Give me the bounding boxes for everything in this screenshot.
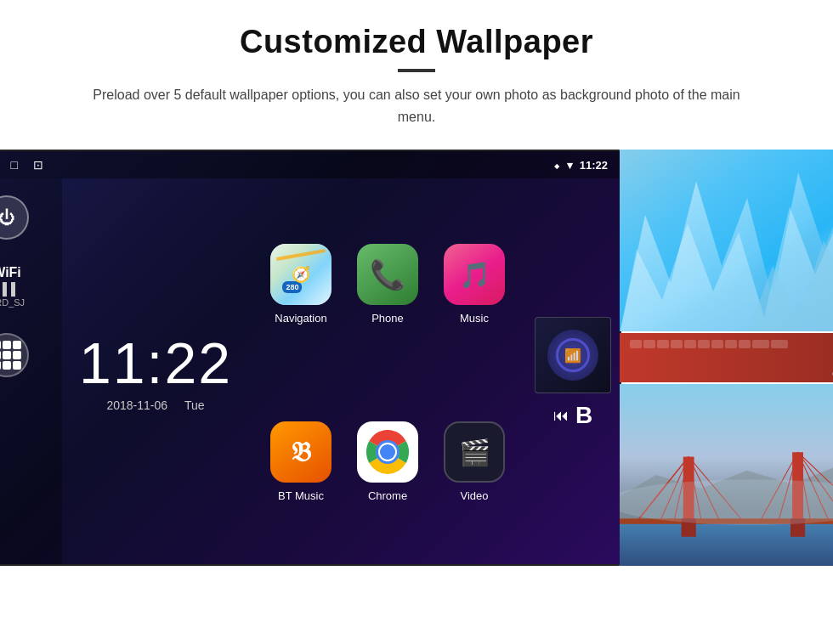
location-icon: ⬥ [553, 159, 560, 172]
sidebar: ⏻ WiFi ▌▌▌ SRD_SJ [0, 178, 62, 566]
wifi-label: WiFi [0, 265, 25, 280]
app-phone[interactable]: 📞 Phone [344, 244, 431, 325]
android-screen: ◁ ○ □ ⊡ ⬥ ▾ 11:22 ⏻ WiFi ▌▌▌ SRD [0, 150, 621, 566]
status-time: 11:22 [580, 159, 608, 172]
grid-icon [0, 341, 21, 370]
chrome-svg [357, 421, 418, 483]
page-header: Customized Wallpaper Preload over 5 defa… [0, 0, 833, 141]
svg-point-3 [380, 444, 395, 460]
bt-music-label: BT Music [278, 489, 324, 502]
music-icon: 🎵 [444, 244, 505, 305]
chrome-label: Chrome [368, 489, 407, 502]
video-label: Video [460, 489, 488, 502]
track-letter: B [575, 402, 592, 429]
music-note-icon: 🎵 [459, 260, 490, 290]
wifi-status-icon: ▾ [567, 159, 573, 172]
clapboard-icon: 🎬 [459, 438, 490, 467]
page-subtitle: Preload over 5 default wallpaper options… [85, 84, 748, 127]
wireless-signal-icon: 📶 [556, 338, 590, 372]
signal-inner: 📶 [564, 347, 581, 364]
app-navigation[interactable]: 280 🧭 Navigation [258, 244, 344, 325]
clock-day-value: Tue [184, 398, 205, 412]
power-button[interactable]: ⏻ [0, 195, 29, 240]
device-wrapper: ◁ ○ □ ⊡ ⬥ ▾ 11:22 ⏻ WiFi ▌▌▌ SRD [0, 141, 833, 583]
phone-icon: 📞 [357, 244, 418, 305]
status-bar: ◁ ○ □ ⊡ ⬥ ▾ 11:22 [0, 151, 620, 178]
navigation-icon: 280 🧭 [270, 244, 332, 305]
page-title: Customized Wallpaper [51, 24, 782, 60]
status-left: ◁ ○ □ ⊡ [0, 158, 43, 172]
power-icon: ⏻ [0, 208, 15, 228]
bridge-svg [620, 384, 833, 566]
media-album-art: 📶 [535, 317, 611, 393]
navigation-label: Navigation [275, 312, 326, 325]
media-icon: 📶 [547, 330, 598, 381]
clock-date: 2018-11-06 Tue [106, 398, 204, 412]
title-divider [398, 69, 435, 72]
app-music[interactable]: 🎵 Music [431, 244, 518, 325]
clock-time: 11:22 [79, 334, 232, 392]
wallpaper-ice [620, 150, 833, 331]
ice-svg [620, 150, 833, 331]
app-video[interactable]: 🎬 Video [431, 421, 518, 502]
keyboard-keys [626, 336, 833, 379]
phone-svg-icon: 📞 [370, 257, 405, 291]
clock-area: 11:22 2018-11-06 Tue [62, 178, 249, 566]
wallpaper-red-strip: CarSetting [620, 333, 833, 382]
chrome-icon [357, 421, 418, 483]
main-content: ⏻ WiFi ▌▌▌ SRD_SJ 11:22 [0, 178, 620, 566]
bt-music-icon: 𝔅 [270, 421, 332, 483]
music-label: Music [460, 312, 489, 325]
wallpaper-panel: CarSetting [620, 150, 833, 566]
square-icon[interactable]: □ [10, 158, 17, 172]
bluetooth-icon: 𝔅 [291, 437, 311, 468]
ice-background [620, 150, 833, 331]
phone-label: Phone [371, 312, 404, 325]
app-chrome[interactable]: Chrome [344, 421, 431, 502]
media-area: 📶 ⏮ B [526, 178, 620, 566]
wifi-ssid-name: SRD_SJ [0, 297, 25, 308]
wallpaper-bridge [620, 384, 833, 566]
svg-point-28 [620, 480, 833, 526]
apps-grid: 280 🧭 Navigation 📞 Phone 🎵 [249, 178, 526, 566]
apps-grid-button[interactable] [0, 333, 29, 377]
wifi-signal-bars: ▌▌▌ [0, 282, 25, 296]
status-right: ⬥ ▾ 11:22 [553, 159, 608, 172]
media-prev-button[interactable]: ⏮ [553, 407, 569, 425]
screenshot-icon[interactable]: ⊡ [33, 158, 43, 172]
clock-date-value: 2018-11-06 [106, 398, 167, 412]
app-bt-music[interactable]: 𝔅 BT Music [258, 421, 344, 502]
media-controls: ⏮ B [553, 402, 592, 429]
wifi-info: WiFi ▌▌▌ SRD_SJ [0, 265, 25, 308]
video-icon: 🎬 [444, 421, 505, 483]
